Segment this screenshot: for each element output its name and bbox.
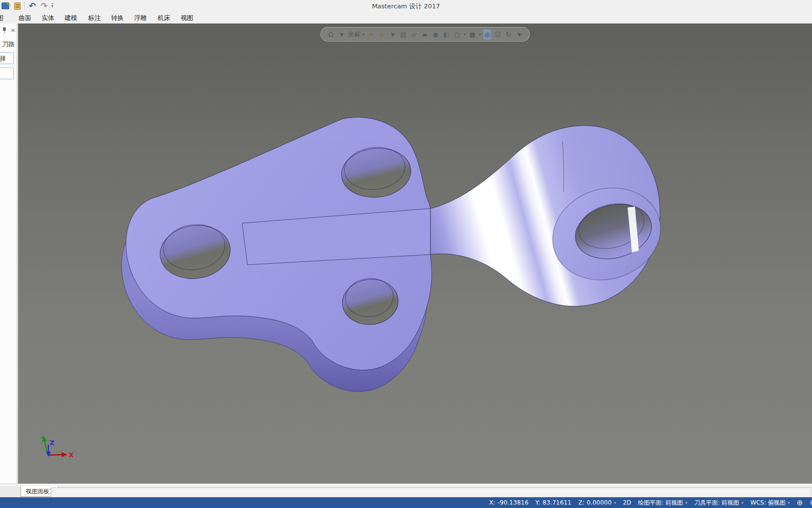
qat-separator: [24, 2, 25, 10]
chevron-down-icon: ▾: [685, 501, 687, 505]
panel-controls: ×: [0, 27, 18, 33]
chevron-down-icon[interactable]: ▾: [362, 32, 364, 37]
select-surface-icon[interactable]: ●: [431, 31, 440, 38]
wcs-label: WCS: 俯视图: [750, 499, 786, 507]
window-title: Mastercam 设计 2017: [0, 2, 812, 11]
cursor-mode-label[interactable]: 光标: [348, 30, 360, 39]
select-all-solids-icon[interactable]: ◧: [442, 31, 451, 38]
tab-drafting[interactable]: 标注: [88, 14, 101, 23]
quick-access-toolbar: ↶ ↷ ▾: [1, 1, 53, 11]
unlock-icon[interactable]: Ω: [327, 31, 335, 38]
validate-select-icon[interactable]: ☑: [494, 31, 502, 38]
z-value: 0.00000: [586, 499, 611, 506]
tab-art[interactable]: 浮雕: [134, 14, 147, 23]
close-icon[interactable]: ×: [10, 27, 16, 33]
chevron-down-icon: ▾: [614, 501, 616, 505]
pan-view-icon[interactable]: ➤: [514, 29, 525, 40]
cursor-select-icon[interactable]: ➤: [336, 29, 347, 40]
wcs-selector[interactable]: WCS: 俯视图 ▾: [750, 499, 790, 507]
title-bar: Mastercam 设计 2017 ↶ ↷ ▾: [0, 0, 812, 12]
redo-icon[interactable]: ↷: [40, 1, 48, 10]
mode-2d-3d-toggle[interactable]: 2D: [623, 499, 631, 506]
cplane-selector[interactable]: 绘图平面: 前视图 ▾: [638, 499, 687, 507]
ribbon-tab-row: 图 曲面 实体 建模 标注 转换 浮雕 机床 视图: [0, 12, 812, 23]
part-canvas[interactable]: Y Z X: [18, 23, 812, 484]
selection-toolbar: Ω ➤ 光标 ▾ ✦ ⚙ ➤ ▤ ▱ ▰ ● ◧ ▢ ▾ ▩ ▾ ◎ ☑ ↻ ➤: [320, 27, 530, 42]
chevron-down-icon[interactable]: ▾: [464, 32, 466, 37]
settings-gear-icon[interactable]: ⚙: [378, 31, 386, 38]
tab-model[interactable]: 建模: [65, 14, 77, 23]
globe-icon[interactable]: ⊕: [810, 498, 812, 507]
select-result-icon[interactable]: ▤: [399, 31, 407, 38]
axis-y-label: Y: [41, 436, 45, 441]
pin-icon[interactable]: [2, 27, 7, 33]
system-config-icon: [14, 2, 21, 10]
select-wireframe-icon[interactable]: ▱: [410, 31, 418, 38]
rotate-view-icon[interactable]: ↻: [504, 31, 513, 38]
panel-field[interactable]: 择: [0, 52, 14, 64]
save-icon: [1, 2, 9, 9]
panel-title[interactable]: 刀路: [2, 40, 15, 49]
tab-machine[interactable]: 机床: [158, 14, 170, 23]
chevron-down-icon: ▾: [788, 501, 790, 505]
tab-view[interactable]: 视图: [180, 14, 193, 23]
tab-partial[interactable]: 图: [0, 14, 3, 23]
mastercam-window: Mastercam 设计 2017 ↶ ↷ ▾ 图 曲面 实体 建模 标注 转换…: [0, 0, 812, 508]
status-x: X: -90.13816: [489, 499, 529, 506]
save-icon[interactable]: [1, 1, 10, 10]
x-value: -90.13816: [497, 499, 528, 506]
gumball-icon[interactable]: ✦: [367, 31, 375, 38]
polygon-select-icon[interactable]: ▩: [468, 31, 476, 38]
select-last-icon: ◎: [484, 31, 490, 38]
window-select-icon[interactable]: ▢: [453, 31, 461, 38]
x-label: X:: [489, 499, 495, 506]
chevron-down-icon: ▾: [742, 501, 744, 505]
axis-z-label: Z: [50, 439, 54, 446]
status-z[interactable]: Z: 0.00000 ▾: [578, 499, 616, 506]
select-solid-icon[interactable]: ▰: [421, 31, 429, 38]
customize-more-icon[interactable]: ▾: [51, 3, 53, 8]
part-arm: [430, 126, 673, 306]
z-label: Z:: [578, 499, 584, 506]
chevron-down-icon[interactable]: ▾: [479, 32, 481, 37]
tab-transform[interactable]: 转换: [111, 14, 124, 23]
toolpaths-panel: × 刀路 择: [0, 23, 18, 484]
view-sheet-tabbar-empty: [51, 487, 810, 497]
undo-icon[interactable]: ↶: [28, 1, 37, 10]
globe-icon[interactable]: ⊕: [797, 498, 803, 507]
tplane-selector[interactable]: 刀具平面: 前视图 ▾: [694, 499, 744, 507]
panel-field[interactable]: [0, 68, 14, 79]
view-sheet-tabbar: 视图面板1: [0, 486, 812, 497]
graphics-viewport[interactable]: Y Z X Ω ➤ 光标 ▾ ✦ ⚙ ➤ ▤ ▱ ▰ ● ◧ ▢ ▾ ▩ ▾ ◎…: [18, 23, 812, 484]
tab-surfaces[interactable]: 曲面: [19, 14, 31, 23]
tab-solids[interactable]: 实体: [42, 14, 54, 23]
axis-gnomon: Y Z X: [41, 436, 74, 459]
status-y: Y: 83.71611: [536, 499, 572, 506]
axis-x-label: X: [69, 452, 74, 459]
cplane-label: 绘图平面: 前视图: [638, 499, 683, 507]
y-value: 83.71611: [542, 499, 571, 506]
status-bar: X: -90.13816 Y: 83.71611 Z: 0.00000 ▾ 2D…: [0, 497, 812, 508]
select-arrow-icon[interactable]: ➤: [387, 29, 398, 40]
y-label: Y:: [536, 499, 541, 506]
tplane-label: 刀具平面: 前视图: [694, 499, 739, 507]
system-config-icon[interactable]: [13, 1, 22, 10]
select-last-button[interactable]: ◎: [483, 29, 491, 40]
